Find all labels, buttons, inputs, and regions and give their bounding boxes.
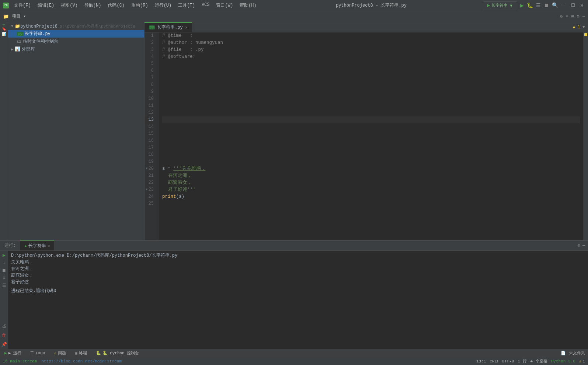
terminal-output-2: 在河之洲， [11, 266, 585, 272]
search-icon[interactable]: 🔍 [552, 2, 558, 8]
python-console-label: 🐍 Python 控制台 [102, 350, 139, 356]
python-console-button[interactable]: 🐍 🐍 Python 控制台 [94, 350, 141, 357]
status-line-ending[interactable]: 1 行 [518, 358, 526, 364]
run-config-button[interactable]: ▶ 长字符串 ▼ [483, 1, 517, 9]
gutter-18: 18 [145, 151, 156, 158]
expand-icon[interactable]: ⊞ [571, 14, 574, 19]
toolbar-label: 项目 ▾ [12, 13, 26, 20]
code-line-8 [162, 81, 580, 88]
gutter-14: 14 [145, 123, 156, 130]
status-left: ⎇ main:stream https://blog.csdn.net/main… [3, 359, 122, 364]
run-play-icon[interactable]: ▶ [520, 2, 524, 9]
status-git[interactable]: ⎇ main:stream [3, 359, 37, 364]
layout-icon[interactable]: ≡ [566, 14, 568, 19]
minimize-button[interactable]: ─ [561, 2, 567, 8]
code-line-13 [162, 116, 580, 123]
structure-icon[interactable]: 📊 [2, 32, 6, 36]
terminal-bottom-button[interactable]: ▣ 终端 [73, 350, 88, 357]
term-list2-icon[interactable]: ☰ [2, 283, 6, 288]
menu-navigate[interactable]: 导航(N) [81, 1, 104, 9]
terminal-tab-active[interactable]: ▶ 长字符串 ✕ [20, 241, 54, 250]
project-tree-icon[interactable]: 📁 [3, 14, 9, 20]
term-print-icon[interactable]: 🖨 [2, 323, 6, 329]
status-warning[interactable]: ⚠ 1 [579, 359, 585, 364]
menu-view[interactable]: 视图(V) [58, 1, 81, 9]
close-button[interactable]: ✕ [579, 2, 585, 8]
gutter-6: 6 [145, 67, 156, 74]
run-profile-icon[interactable]: ⏹ [544, 3, 549, 8]
inspection-expand-icon[interactable]: ▼ [582, 25, 585, 30]
bookmarks-icon[interactable]: 🔖 [2, 27, 6, 31]
output-line-4: 君子好逑 [11, 280, 29, 285]
term-stop-icon[interactable]: ⏹ [2, 268, 6, 273]
terminal-output[interactable]: D:\python\python.exe D:/pycharm/代码库/pyth… [8, 251, 588, 349]
code-line-25 [162, 200, 580, 207]
settings-icon[interactable]: ⚙ [560, 14, 563, 19]
term-down-icon[interactable]: ↓ [3, 260, 5, 266]
tab-close-icon[interactable]: ✕ [185, 25, 188, 30]
status-python[interactable]: Python 3.8 [551, 359, 575, 364]
code-line-18 [162, 151, 580, 158]
term-run-icon[interactable]: ▶ [3, 252, 6, 258]
menu-run[interactable]: 运行(U) [152, 1, 175, 9]
menu-window[interactable]: 窗口(W) [213, 1, 236, 9]
terminal-tab-close-icon[interactable]: ✕ [48, 244, 50, 248]
maximize-button[interactable]: □ [570, 2, 576, 8]
run-bottom-button[interactable]: ▶ ▶ 运行 [3, 350, 23, 357]
term-delete-icon[interactable]: 🗑 [2, 333, 6, 338]
code-line-10 [162, 95, 580, 102]
term-pin-icon[interactable]: 📌 [1, 342, 7, 347]
gutter-7: 7 [145, 74, 156, 81]
title-bar-right: ▶ 长字符串 ▼ ▶ 🐛 ☰ ⏹ 🔍 ─ □ ✕ [483, 1, 585, 9]
issues-label: 问题 [58, 350, 66, 356]
status-position[interactable]: 13:1 [476, 359, 486, 364]
todo-button[interactable]: ☰ TODO [29, 350, 46, 356]
menu-help[interactable]: 帮助(H) [237, 1, 260, 9]
python-icon: 🐍 [96, 351, 101, 355]
main-area: 1 🔖 📊 ▼ 📁 pythonProject8 D:\pycharm\代码库\… [0, 22, 588, 240]
code-content[interactable]: # @time : # @author : humengyuan # @file… [159, 32, 583, 240]
terminal-output-3: 窈窕淑女， [11, 272, 585, 279]
terminal-minimize-icon[interactable]: ─ [582, 243, 585, 248]
editor-tab-active[interactable]: py 长字符串.py ✕ [145, 22, 192, 32]
gutter-16: 16 [145, 137, 156, 144]
code-line-5 [162, 60, 580, 67]
gutter-3: 3 [145, 46, 156, 53]
code-line-4: # @software: [162, 53, 580, 60]
gutter-8: 8 [145, 81, 156, 88]
warning-count: 1 [582, 359, 585, 364]
menu-vcs[interactable]: VCS [199, 1, 213, 9]
tree-item-external-libs[interactable]: ▶ 📊 外部库 [8, 45, 144, 53]
left-sidebar-icons: 1 🔖 📊 [0, 22, 8, 240]
tab-py-icon: py [149, 25, 155, 29]
run-bottom-icon: ▶ [4, 351, 7, 355]
gutter-19: 19 [145, 158, 156, 165]
project-root-path: D:\pycharm\代码库\pythonProject8 [60, 24, 135, 29]
tree-item-temp[interactable]: 🗂 临时文件和控制台 [8, 38, 144, 45]
status-right: 13:1 CRLF UTF-8 1 行 4 个空格 Python 3.8 ⚠ 1 [476, 358, 585, 364]
run-coverage-icon[interactable]: ☰ [536, 2, 541, 8]
tree-item-py-file[interactable]: py 长字符串.py [8, 30, 144, 38]
no-file-label: 未文件夹 [569, 350, 585, 356]
menu-edit[interactable]: 编辑(E) [35, 1, 58, 9]
menu-refactor[interactable]: 重构(R) [128, 1, 151, 9]
menu-file[interactable]: 文件(F) [11, 1, 34, 9]
code-line-7 [162, 74, 580, 81]
gutter-13: 13 [145, 116, 156, 123]
config-icon[interactable]: ⚙ [577, 14, 580, 19]
terminal-settings-icon[interactable]: ⚙ [578, 243, 580, 248]
issues-button[interactable]: ⚠ 问题 [52, 350, 67, 357]
collapse-icon[interactable]: ─ [582, 14, 585, 19]
tree-item-root[interactable]: ▼ 📁 pythonProject8 D:\pycharm\代码库\python… [8, 23, 144, 30]
run-debug-icon[interactable]: 🐛 [527, 2, 533, 8]
status-indent[interactable]: 4 个空格 [530, 358, 547, 364]
bottom-bar: ▶ ▶ 运行 ☰ TODO ⚠ 问题 ▣ 终端 🐍 🐍 Python 控制台 📄… [0, 349, 588, 357]
term-list-icon[interactable]: ≡ [3, 275, 5, 281]
menu-code[interactable]: 代码(C) [105, 1, 128, 9]
terminal-tab-icon: ▶ [25, 244, 27, 248]
status-encoding[interactable]: CRLF UTF-8 [490, 359, 514, 364]
project-sidebar-icon[interactable]: 1 [2, 24, 6, 26]
terminal-exit-message: 进程已结束,退出代码0 [11, 288, 56, 294]
menu-tools[interactable]: 工具(T) [175, 1, 198, 9]
terminal-tab-bar: 运行: ▶ 长字符串 ✕ ⚙ ─ [0, 241, 588, 251]
